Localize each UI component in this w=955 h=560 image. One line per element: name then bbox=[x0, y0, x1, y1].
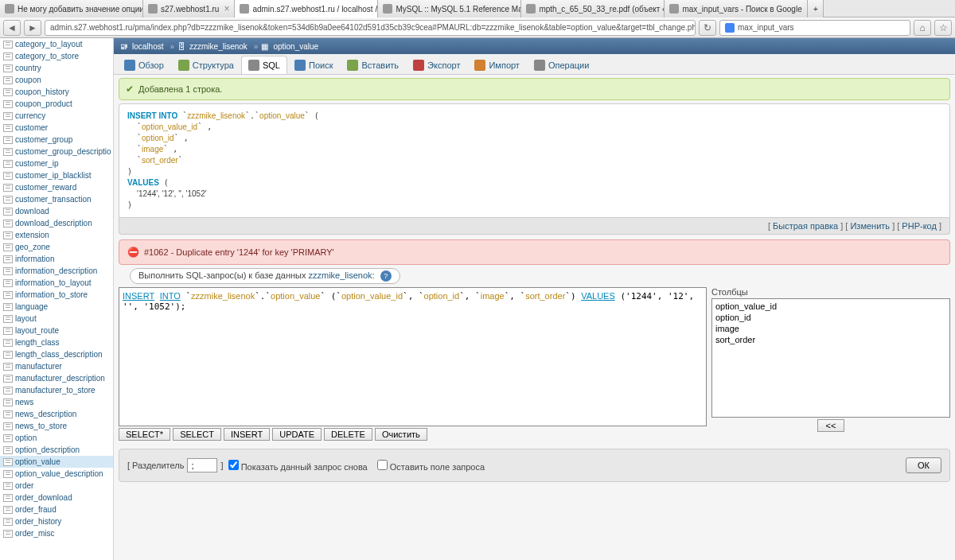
sidebar-table-item[interactable]: news bbox=[0, 396, 113, 408]
sidebar-table-item[interactable]: layout bbox=[0, 313, 113, 325]
new-tab-button[interactable]: + bbox=[808, 0, 824, 18]
column-option[interactable]: option_id bbox=[714, 312, 948, 323]
sidebar-table-item[interactable]: language bbox=[0, 301, 113, 313]
sidebar-table-item[interactable]: coupon_product bbox=[0, 98, 113, 110]
sidebar-table-item[interactable]: news_description bbox=[0, 408, 113, 420]
sidebar-table-item[interactable]: information_description bbox=[0, 265, 113, 277]
tab-browse[interactable]: Обзор bbox=[117, 56, 171, 74]
sidebar-table-item[interactable]: download bbox=[0, 205, 113, 217]
sidebar-table-item[interactable]: news_to_store bbox=[0, 420, 113, 432]
sidebar-table-item[interactable]: customer_group bbox=[0, 134, 113, 146]
sql-echo-actions: [ Быстрая правка ] [ Изменить ] [ PHP-ко… bbox=[119, 218, 950, 235]
column-option[interactable]: image bbox=[714, 323, 948, 334]
browser-tab[interactable]: mpth_c_65_50_33_re.pdf (объект «appl…× bbox=[521, 0, 665, 18]
sidebar-table-item[interactable]: customer_reward bbox=[0, 181, 113, 193]
add-column-button[interactable]: << bbox=[817, 419, 845, 432]
quick-edit-link[interactable]: Быстрая правка bbox=[773, 221, 838, 231]
sidebar-table-item[interactable]: country bbox=[0, 62, 113, 74]
insert-button[interactable]: INSERT bbox=[224, 428, 270, 441]
clear-button[interactable]: Очистить bbox=[375, 428, 427, 441]
show-again-checkbox[interactable] bbox=[228, 460, 239, 470]
browser-tab[interactable]: max_input_vars - Поиск в Google× bbox=[665, 0, 808, 18]
sidebar-table-item[interactable]: customer_ip_blacklist bbox=[0, 169, 113, 181]
edit-link[interactable]: Изменить bbox=[850, 221, 890, 231]
table-icon bbox=[3, 136, 13, 144]
php-code-link[interactable]: PHP-код bbox=[902, 221, 937, 231]
sidebar-table-item[interactable]: order_download bbox=[0, 492, 113, 504]
sidebar-table-item[interactable]: category_to_layout bbox=[0, 38, 113, 50]
forward-button[interactable]: ► bbox=[24, 20, 41, 36]
sidebar-table-item[interactable]: manufacturer bbox=[0, 360, 113, 372]
delete-button[interactable]: DELETE bbox=[324, 428, 372, 441]
tab-export[interactable]: Экспорт bbox=[406, 56, 467, 74]
browser-search-input[interactable]: max_input_vars bbox=[719, 20, 910, 36]
sidebar-table-item[interactable]: customer_group_descriptio bbox=[0, 146, 113, 158]
sidebar-table-item[interactable]: option_value_description bbox=[0, 468, 113, 480]
tab-structure[interactable]: Структура bbox=[171, 56, 241, 74]
browser-tab[interactable]: MySQL :: MySQL 5.1 Reference Manual ::…× bbox=[378, 0, 521, 18]
sidebar-table-item[interactable]: coupon_history bbox=[0, 86, 113, 98]
sidebar-table-item[interactable]: customer bbox=[0, 122, 113, 134]
sidebar-table-item[interactable]: extension bbox=[0, 229, 113, 241]
sql-query-textarea[interactable]: INSERT INTO `zzzmike_lisenok`.`option_va… bbox=[119, 287, 707, 426]
sidebar-table-item[interactable]: length_class_description bbox=[0, 348, 113, 360]
column-option[interactable]: sort_order bbox=[714, 334, 948, 345]
sidebar-table-item[interactable]: coupon bbox=[0, 74, 113, 86]
sidebar-table-item[interactable]: customer_transaction bbox=[0, 193, 113, 205]
sidebar-table-item[interactable]: length_class bbox=[0, 336, 113, 348]
browser-tab[interactable]: admin.s27.webhost1.ru / localhost / zzz…… bbox=[235, 0, 378, 18]
sidebar-table-item[interactable]: option bbox=[0, 432, 113, 444]
tab-operations[interactable]: Операции bbox=[527, 56, 596, 74]
select-button[interactable]: SELECT bbox=[173, 428, 221, 441]
keep-query-checkbox[interactable] bbox=[377, 460, 388, 470]
tab-sql[interactable]: SQL bbox=[241, 56, 287, 74]
structure-icon bbox=[178, 60, 189, 71]
sidebar-table-item[interactable]: manufacturer_to_store bbox=[0, 384, 113, 396]
table-icon bbox=[3, 148, 13, 156]
ok-button[interactable]: ОК bbox=[906, 457, 941, 473]
sidebar-table-item[interactable]: option_value bbox=[0, 456, 113, 468]
sidebar-table-item[interactable]: category_to_store bbox=[0, 50, 113, 62]
help-icon[interactable]: ? bbox=[380, 270, 392, 282]
close-icon[interactable]: × bbox=[224, 3, 229, 14]
home-button[interactable]: ⌂ bbox=[914, 20, 931, 36]
update-button[interactable]: UPDATE bbox=[272, 428, 322, 441]
sidebar-table-item[interactable]: download_description bbox=[0, 217, 113, 229]
table-icon bbox=[3, 375, 13, 383]
tab-insert[interactable]: Вставить bbox=[340, 56, 406, 74]
table-icon bbox=[3, 351, 13, 359]
browser-tab[interactable]: s27.webhost1.ru× bbox=[143, 0, 235, 18]
back-button[interactable]: ◄ bbox=[3, 20, 21, 36]
sidebar-table-item[interactable]: customer_ip bbox=[0, 158, 113, 169]
sidebar-table-item[interactable]: manufacturer_description bbox=[0, 372, 113, 384]
browser-tab[interactable]: Не могу добавить значение опции - Op…× bbox=[0, 0, 143, 18]
keep-query-checkbox-label[interactable]: Оставить поле запроса bbox=[377, 460, 485, 472]
breadcrumb-host[interactable]: localhost bbox=[132, 42, 163, 51]
select-star-button[interactable]: SELECT* bbox=[119, 428, 170, 441]
breadcrumb-table[interactable]: option_value bbox=[273, 42, 318, 51]
columns-listbox[interactable]: option_value_idoption_idimagesort_order bbox=[711, 298, 950, 418]
query-db-link[interactable]: zzzmike_lisenok bbox=[309, 270, 372, 280]
sidebar-table-item[interactable]: information_to_store bbox=[0, 289, 113, 301]
bookmark-button[interactable]: ☆ bbox=[934, 20, 952, 36]
sidebar-table-item[interactable]: information bbox=[0, 253, 113, 265]
sidebar-table-item[interactable]: information_to_layout bbox=[0, 277, 113, 289]
db-table-sidebar[interactable]: category_to_layoutcategory_to_storecount… bbox=[0, 38, 114, 560]
sidebar-table-item[interactable]: order_fraud bbox=[0, 504, 113, 515]
sidebar-table-item[interactable]: order_history bbox=[0, 515, 113, 527]
url-input[interactable]: admin.s27.webhost1.ru/pma/index.php?db=z… bbox=[45, 20, 696, 36]
reload-button[interactable]: ↻ bbox=[699, 20, 716, 36]
sidebar-table-item[interactable]: order bbox=[0, 480, 113, 492]
sidebar-table-item[interactable]: currency bbox=[0, 110, 113, 122]
sidebar-table-item[interactable]: order_misc bbox=[0, 527, 113, 539]
sidebar-table-item[interactable]: option_description bbox=[0, 444, 113, 456]
sidebar-table-item[interactable]: layout_route bbox=[0, 325, 113, 336]
delimiter-input[interactable] bbox=[187, 458, 217, 472]
show-again-checkbox-label[interactable]: Показать данный запрос снова bbox=[228, 460, 368, 472]
breadcrumb-db[interactable]: zzzmike_lisenok bbox=[189, 42, 248, 51]
sidebar-table-item[interactable]: geo_zone bbox=[0, 241, 113, 253]
export-icon bbox=[413, 60, 424, 71]
tab-import[interactable]: Импорт bbox=[467, 56, 526, 74]
column-option[interactable]: option_value_id bbox=[714, 301, 948, 312]
tab-search[interactable]: Поиск bbox=[287, 56, 340, 74]
